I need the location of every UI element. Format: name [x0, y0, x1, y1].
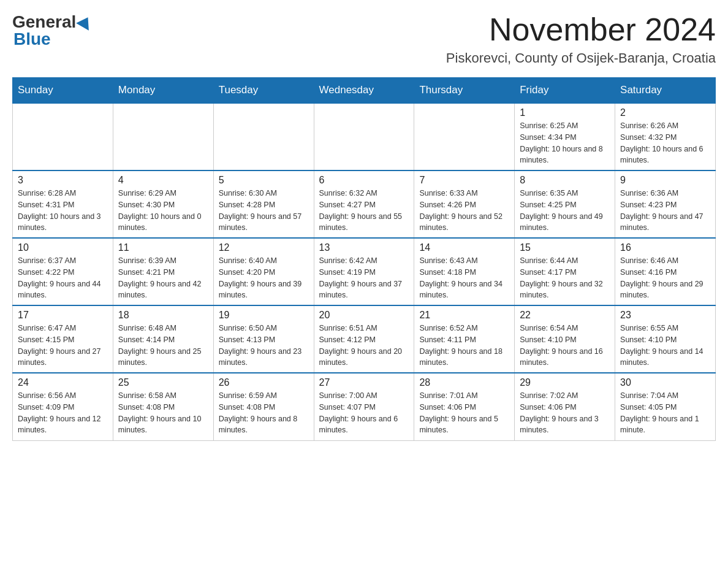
day-cell: 23Sunrise: 6:55 AMSunset: 4:10 PMDayligh…: [615, 305, 716, 373]
logo-triangle-icon: [76, 13, 94, 31]
day-info: Sunrise: 6:46 AMSunset: 4:16 PMDaylight:…: [620, 255, 710, 301]
title-area: November 2024 Piskorevci, County of Osij…: [446, 12, 716, 66]
header-monday: Monday: [113, 78, 213, 104]
header-friday: Friday: [515, 78, 615, 104]
day-number: 27: [319, 377, 409, 388]
header-sunday: Sunday: [13, 78, 113, 104]
day-info: Sunrise: 6:58 AMSunset: 4:08 PMDaylight:…: [118, 390, 208, 436]
day-info: Sunrise: 6:30 AMSunset: 4:28 PMDaylight:…: [219, 188, 309, 234]
day-cell: 24Sunrise: 6:56 AMSunset: 4:09 PMDayligh…: [13, 373, 113, 440]
day-info: Sunrise: 6:39 AMSunset: 4:21 PMDaylight:…: [118, 255, 208, 301]
day-cell: 19Sunrise: 6:50 AMSunset: 4:13 PMDayligh…: [213, 305, 314, 373]
day-cell: [113, 103, 213, 170]
day-info: Sunrise: 6:26 AMSunset: 4:32 PMDaylight:…: [620, 120, 710, 166]
day-number: 29: [520, 377, 610, 388]
week-row-1: 1Sunrise: 6:25 AMSunset: 4:34 PMDaylight…: [13, 103, 716, 170]
day-number: 30: [620, 377, 710, 388]
day-cell: 9Sunrise: 6:36 AMSunset: 4:23 PMDaylight…: [615, 170, 716, 238]
day-info: Sunrise: 6:56 AMSunset: 4:09 PMDaylight:…: [18, 390, 108, 436]
page-header: General Blue November 2024 Piskorevci, C…: [12, 12, 716, 66]
day-number: 7: [419, 175, 509, 186]
location-title: Piskorevci, County of Osijek-Baranja, Cr…: [446, 50, 716, 66]
day-info: Sunrise: 6:33 AMSunset: 4:26 PMDaylight:…: [419, 188, 509, 234]
day-info: Sunrise: 6:52 AMSunset: 4:11 PMDaylight:…: [419, 323, 509, 369]
day-info: Sunrise: 6:55 AMSunset: 4:10 PMDaylight:…: [620, 323, 710, 369]
day-cell: 2Sunrise: 6:26 AMSunset: 4:32 PMDaylight…: [615, 103, 716, 170]
day-cell: 8Sunrise: 6:35 AMSunset: 4:25 PMDaylight…: [515, 170, 615, 238]
week-row-4: 17Sunrise: 6:47 AMSunset: 4:15 PMDayligh…: [13, 305, 716, 373]
day-cell: 21Sunrise: 6:52 AMSunset: 4:11 PMDayligh…: [414, 305, 515, 373]
day-info: Sunrise: 6:48 AMSunset: 4:14 PMDaylight:…: [118, 323, 208, 369]
day-cell: 5Sunrise: 6:30 AMSunset: 4:28 PMDaylight…: [213, 170, 314, 238]
day-number: 1: [520, 107, 610, 118]
day-number: 14: [419, 242, 509, 253]
calendar-header-row: SundayMondayTuesdayWednesdayThursdayFrid…: [13, 78, 716, 104]
day-cell: 25Sunrise: 6:58 AMSunset: 4:08 PMDayligh…: [113, 373, 213, 440]
day-cell: 20Sunrise: 6:51 AMSunset: 4:12 PMDayligh…: [314, 305, 414, 373]
day-number: 2: [620, 107, 710, 118]
day-cell: 11Sunrise: 6:39 AMSunset: 4:21 PMDayligh…: [113, 238, 213, 305]
day-cell: 22Sunrise: 6:54 AMSunset: 4:10 PMDayligh…: [515, 305, 615, 373]
day-number: 5: [219, 175, 309, 186]
day-cell: 12Sunrise: 6:40 AMSunset: 4:20 PMDayligh…: [213, 238, 314, 305]
day-number: 17: [18, 310, 108, 321]
header-tuesday: Tuesday: [213, 78, 314, 104]
day-number: 28: [419, 377, 509, 388]
day-number: 25: [118, 377, 208, 388]
day-info: Sunrise: 6:54 AMSunset: 4:10 PMDaylight:…: [520, 323, 610, 369]
day-number: 24: [18, 377, 108, 388]
day-number: 23: [620, 310, 710, 321]
day-cell: [414, 103, 515, 170]
day-number: 20: [319, 310, 409, 321]
header-saturday: Saturday: [615, 78, 716, 104]
day-number: 15: [520, 242, 610, 253]
day-info: Sunrise: 6:25 AMSunset: 4:34 PMDaylight:…: [520, 120, 610, 166]
day-info: Sunrise: 6:51 AMSunset: 4:12 PMDaylight:…: [319, 323, 409, 369]
day-cell: 26Sunrise: 6:59 AMSunset: 4:08 PMDayligh…: [213, 373, 314, 440]
day-info: Sunrise: 7:02 AMSunset: 4:06 PMDaylight:…: [520, 390, 610, 436]
day-info: Sunrise: 7:00 AMSunset: 4:07 PMDaylight:…: [319, 390, 409, 436]
day-cell: 28Sunrise: 7:01 AMSunset: 4:06 PMDayligh…: [414, 373, 515, 440]
day-info: Sunrise: 6:43 AMSunset: 4:18 PMDaylight:…: [419, 255, 509, 301]
header-wednesday: Wednesday: [314, 78, 414, 104]
day-cell: 10Sunrise: 6:37 AMSunset: 4:22 PMDayligh…: [13, 238, 113, 305]
day-cell: [213, 103, 314, 170]
day-info: Sunrise: 6:42 AMSunset: 4:19 PMDaylight:…: [319, 255, 409, 301]
day-number: 11: [118, 242, 208, 253]
day-number: 3: [18, 175, 108, 186]
month-title: November 2024: [446, 12, 716, 47]
day-info: Sunrise: 6:59 AMSunset: 4:08 PMDaylight:…: [219, 390, 309, 436]
day-number: 22: [520, 310, 610, 321]
day-info: Sunrise: 7:01 AMSunset: 4:06 PMDaylight:…: [419, 390, 509, 436]
day-info: Sunrise: 6:35 AMSunset: 4:25 PMDaylight:…: [520, 188, 610, 234]
day-cell: 6Sunrise: 6:32 AMSunset: 4:27 PMDaylight…: [314, 170, 414, 238]
day-number: 13: [319, 242, 409, 253]
day-number: 4: [118, 175, 208, 186]
header-thursday: Thursday: [414, 78, 515, 104]
day-cell: [314, 103, 414, 170]
day-number: 8: [520, 175, 610, 186]
day-number: 9: [620, 175, 710, 186]
day-number: 10: [18, 242, 108, 253]
logo-blue: Blue: [12, 29, 51, 49]
day-info: Sunrise: 6:44 AMSunset: 4:17 PMDaylight:…: [520, 255, 610, 301]
day-info: Sunrise: 6:40 AMSunset: 4:20 PMDaylight:…: [219, 255, 309, 301]
day-number: 16: [620, 242, 710, 253]
day-cell: 30Sunrise: 7:04 AMSunset: 4:05 PMDayligh…: [615, 373, 716, 440]
day-cell: 27Sunrise: 7:00 AMSunset: 4:07 PMDayligh…: [314, 373, 414, 440]
day-cell: 29Sunrise: 7:02 AMSunset: 4:06 PMDayligh…: [515, 373, 615, 440]
day-number: 12: [219, 242, 309, 253]
week-row-3: 10Sunrise: 6:37 AMSunset: 4:22 PMDayligh…: [13, 238, 716, 305]
day-cell: 18Sunrise: 6:48 AMSunset: 4:14 PMDayligh…: [113, 305, 213, 373]
day-number: 21: [419, 310, 509, 321]
day-cell: [13, 103, 113, 170]
day-number: 6: [319, 175, 409, 186]
day-cell: 1Sunrise: 6:25 AMSunset: 4:34 PMDaylight…: [515, 103, 615, 170]
week-row-5: 24Sunrise: 6:56 AMSunset: 4:09 PMDayligh…: [13, 373, 716, 440]
day-cell: 13Sunrise: 6:42 AMSunset: 4:19 PMDayligh…: [314, 238, 414, 305]
day-info: Sunrise: 7:04 AMSunset: 4:05 PMDaylight:…: [620, 390, 710, 436]
day-info: Sunrise: 6:28 AMSunset: 4:31 PMDaylight:…: [18, 188, 108, 234]
day-cell: 15Sunrise: 6:44 AMSunset: 4:17 PMDayligh…: [515, 238, 615, 305]
week-row-2: 3Sunrise: 6:28 AMSunset: 4:31 PMDaylight…: [13, 170, 716, 238]
day-cell: 16Sunrise: 6:46 AMSunset: 4:16 PMDayligh…: [615, 238, 716, 305]
